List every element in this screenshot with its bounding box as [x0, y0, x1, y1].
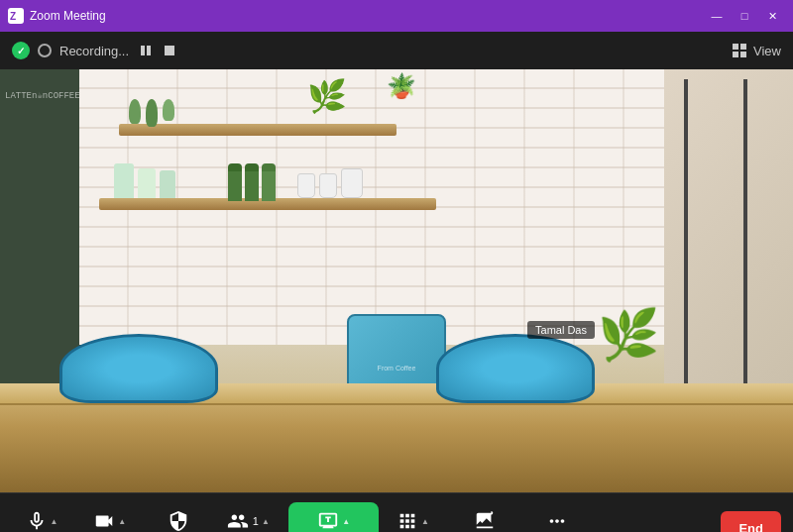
more-icon	[546, 510, 568, 532]
recording-controls	[137, 42, 178, 59]
participants-button[interactable]: 1 ▲ Participants	[212, 504, 284, 532]
title-bar-left: Z Zoom Meeting	[8, 8, 106, 24]
security-button-top	[168, 510, 189, 532]
virtual-background: 🌿 🪴 🌿 Tamal Das	[0, 69, 793, 492]
participants-count: 1	[253, 515, 259, 527]
plant-small: 🪴	[387, 72, 416, 100]
apps-icon	[396, 510, 418, 532]
svg-rect-6	[740, 44, 746, 50]
participants-icon	[227, 510, 249, 532]
shelf-items-mid	[114, 163, 175, 198]
recording-circle-icon	[38, 44, 52, 57]
more-button[interactable]: More	[527, 504, 587, 532]
mute-button[interactable]: ▲ Mute	[12, 504, 71, 532]
participant-name-tag: Tamal Das	[527, 321, 595, 339]
apps-button[interactable]: ▲ Apps	[383, 504, 442, 532]
svg-rect-4	[165, 46, 174, 55]
video-area: 🌿 🪴 🌿 Tamal Das	[0, 69, 793, 492]
whiteboards-button-top	[474, 510, 496, 532]
end-button[interactable]: End	[721, 511, 781, 532]
chair-right	[416, 334, 615, 433]
video-caret: ▲	[118, 517, 126, 526]
bottles	[228, 163, 276, 201]
more-button-top	[546, 510, 568, 532]
title-bar: Z Zoom Meeting — □ ✕	[0, 0, 793, 32]
whiteboard-icon	[474, 510, 496, 532]
svg-rect-3	[147, 46, 151, 55]
svg-rect-7	[733, 52, 738, 57]
microphone-icon	[26, 510, 48, 532]
minimize-button[interactable]: —	[704, 6, 730, 26]
mute-button-top: ▲	[26, 510, 58, 532]
hanging-plant: 🌿	[307, 77, 347, 115]
top-toolbar: Recording... View	[0, 32, 793, 69]
cups	[297, 168, 363, 198]
maximize-button[interactable]: □	[732, 6, 757, 26]
zoom-logo-icon: Z	[8, 8, 24, 24]
chair-left	[40, 334, 238, 433]
share-screen-button-top: ▲	[317, 510, 350, 532]
toolbar-items: ▲ Mute ▲ Stop Video Security 1 ▲	[12, 502, 713, 532]
whiteboards-button[interactable]: Whiteboards	[446, 504, 523, 532]
share-screen-button[interactable]: ▲ Share Screen	[288, 502, 379, 532]
svg-rect-5	[733, 44, 738, 50]
participants-button-top: 1 ▲	[227, 510, 270, 532]
recording-text: Recording...	[59, 44, 129, 58]
stop-video-button-top: ▲	[93, 510, 126, 532]
svg-text:Z: Z	[10, 11, 16, 22]
recording-status-icon	[12, 42, 30, 59]
mute-caret: ▲	[51, 517, 58, 526]
recording-stop-button[interactable]	[161, 42, 178, 59]
toolbar-left: Recording...	[12, 42, 178, 59]
share-screen-icon	[317, 510, 339, 532]
chair-right-back	[436, 334, 595, 403]
view-label: View	[753, 44, 781, 58]
participants-caret: ▲	[262, 517, 270, 526]
view-button[interactable]: View	[732, 43, 781, 58]
share-screen-caret: ▲	[342, 517, 350, 526]
shelf-items-top	[129, 99, 174, 127]
chair-left-back	[59, 334, 218, 403]
title-bar-title: Zoom Meeting	[30, 9, 106, 23]
apps-caret: ▲	[421, 517, 429, 526]
close-button[interactable]: ✕	[759, 6, 785, 26]
svg-rect-2	[141, 46, 145, 55]
bottom-toolbar: ▲ Mute ▲ Stop Video Security 1 ▲	[0, 492, 793, 532]
apps-button-top: ▲	[396, 510, 429, 532]
security-button[interactable]: Security	[149, 504, 208, 532]
shield-icon	[168, 510, 189, 532]
recording-pause-button[interactable]	[137, 42, 155, 59]
video-icon	[93, 510, 115, 532]
stop-video-button[interactable]: ▲ Stop Video	[75, 504, 145, 532]
title-bar-controls: — □ ✕	[704, 6, 785, 26]
view-icon	[732, 43, 747, 58]
svg-rect-8	[740, 52, 746, 57]
